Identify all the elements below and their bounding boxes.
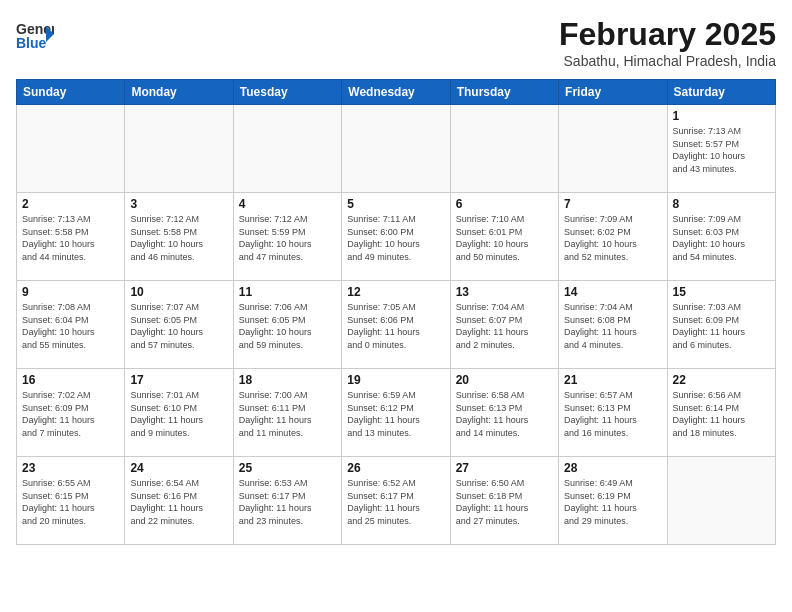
calendar-cell: 12Sunrise: 7:05 AM Sunset: 6:06 PM Dayli… xyxy=(342,281,450,369)
day-number: 14 xyxy=(564,285,661,299)
calendar-cell: 21Sunrise: 6:57 AM Sunset: 6:13 PM Dayli… xyxy=(559,369,667,457)
day-info: Sunrise: 6:57 AM Sunset: 6:13 PM Dayligh… xyxy=(564,389,661,439)
weekday-header-saturday: Saturday xyxy=(667,80,775,105)
calendar-cell xyxy=(559,105,667,193)
day-info: Sunrise: 7:07 AM Sunset: 6:05 PM Dayligh… xyxy=(130,301,227,351)
calendar-cell: 4Sunrise: 7:12 AM Sunset: 5:59 PM Daylig… xyxy=(233,193,341,281)
day-info: Sunrise: 7:02 AM Sunset: 6:09 PM Dayligh… xyxy=(22,389,119,439)
calendar-cell xyxy=(342,105,450,193)
calendar-cell: 16Sunrise: 7:02 AM Sunset: 6:09 PM Dayli… xyxy=(17,369,125,457)
day-number: 1 xyxy=(673,109,770,123)
day-info: Sunrise: 6:53 AM Sunset: 6:17 PM Dayligh… xyxy=(239,477,336,527)
day-info: Sunrise: 6:50 AM Sunset: 6:18 PM Dayligh… xyxy=(456,477,553,527)
month-title: February 2025 xyxy=(559,16,776,53)
calendar-cell: 10Sunrise: 7:07 AM Sunset: 6:05 PM Dayli… xyxy=(125,281,233,369)
day-number: 12 xyxy=(347,285,444,299)
day-number: 5 xyxy=(347,197,444,211)
day-number: 23 xyxy=(22,461,119,475)
day-info: Sunrise: 6:55 AM Sunset: 6:15 PM Dayligh… xyxy=(22,477,119,527)
calendar-cell: 20Sunrise: 6:58 AM Sunset: 6:13 PM Dayli… xyxy=(450,369,558,457)
day-number: 26 xyxy=(347,461,444,475)
calendar-cell: 26Sunrise: 6:52 AM Sunset: 6:17 PM Dayli… xyxy=(342,457,450,545)
calendar-cell xyxy=(450,105,558,193)
day-number: 16 xyxy=(22,373,119,387)
day-number: 13 xyxy=(456,285,553,299)
calendar-cell: 5Sunrise: 7:11 AM Sunset: 6:00 PM Daylig… xyxy=(342,193,450,281)
calendar-cell xyxy=(667,457,775,545)
day-number: 11 xyxy=(239,285,336,299)
calendar-week-4: 16Sunrise: 7:02 AM Sunset: 6:09 PM Dayli… xyxy=(17,369,776,457)
day-info: Sunrise: 7:10 AM Sunset: 6:01 PM Dayligh… xyxy=(456,213,553,263)
weekday-header-wednesday: Wednesday xyxy=(342,80,450,105)
calendar-cell xyxy=(17,105,125,193)
day-info: Sunrise: 7:09 AM Sunset: 6:02 PM Dayligh… xyxy=(564,213,661,263)
day-number: 3 xyxy=(130,197,227,211)
calendar-cell: 23Sunrise: 6:55 AM Sunset: 6:15 PM Dayli… xyxy=(17,457,125,545)
day-number: 24 xyxy=(130,461,227,475)
weekday-header-sunday: Sunday xyxy=(17,80,125,105)
day-info: Sunrise: 7:09 AM Sunset: 6:03 PM Dayligh… xyxy=(673,213,770,263)
day-number: 21 xyxy=(564,373,661,387)
day-number: 10 xyxy=(130,285,227,299)
calendar-cell: 28Sunrise: 6:49 AM Sunset: 6:19 PM Dayli… xyxy=(559,457,667,545)
page-header: General Blue February 2025 Sabathu, Hima… xyxy=(16,16,776,69)
calendar-cell: 1Sunrise: 7:13 AM Sunset: 5:57 PM Daylig… xyxy=(667,105,775,193)
day-number: 9 xyxy=(22,285,119,299)
weekday-header-monday: Monday xyxy=(125,80,233,105)
logo-icon: General Blue xyxy=(16,16,54,58)
svg-text:Blue: Blue xyxy=(16,35,47,51)
calendar-cell: 11Sunrise: 7:06 AM Sunset: 6:05 PM Dayli… xyxy=(233,281,341,369)
day-number: 17 xyxy=(130,373,227,387)
day-info: Sunrise: 7:04 AM Sunset: 6:07 PM Dayligh… xyxy=(456,301,553,351)
day-info: Sunrise: 7:01 AM Sunset: 6:10 PM Dayligh… xyxy=(130,389,227,439)
day-number: 22 xyxy=(673,373,770,387)
calendar-cell: 9Sunrise: 7:08 AM Sunset: 6:04 PM Daylig… xyxy=(17,281,125,369)
day-info: Sunrise: 6:59 AM Sunset: 6:12 PM Dayligh… xyxy=(347,389,444,439)
day-info: Sunrise: 7:08 AM Sunset: 6:04 PM Dayligh… xyxy=(22,301,119,351)
day-number: 15 xyxy=(673,285,770,299)
calendar-cell: 15Sunrise: 7:03 AM Sunset: 6:09 PM Dayli… xyxy=(667,281,775,369)
day-info: Sunrise: 7:13 AM Sunset: 5:57 PM Dayligh… xyxy=(673,125,770,175)
calendar-cell xyxy=(233,105,341,193)
day-info: Sunrise: 7:03 AM Sunset: 6:09 PM Dayligh… xyxy=(673,301,770,351)
calendar-cell: 27Sunrise: 6:50 AM Sunset: 6:18 PM Dayli… xyxy=(450,457,558,545)
day-number: 19 xyxy=(347,373,444,387)
day-number: 4 xyxy=(239,197,336,211)
calendar-cell: 17Sunrise: 7:01 AM Sunset: 6:10 PM Dayli… xyxy=(125,369,233,457)
day-info: Sunrise: 7:12 AM Sunset: 5:59 PM Dayligh… xyxy=(239,213,336,263)
day-number: 28 xyxy=(564,461,661,475)
day-info: Sunrise: 7:13 AM Sunset: 5:58 PM Dayligh… xyxy=(22,213,119,263)
day-info: Sunrise: 6:58 AM Sunset: 6:13 PM Dayligh… xyxy=(456,389,553,439)
calendar-cell: 24Sunrise: 6:54 AM Sunset: 6:16 PM Dayli… xyxy=(125,457,233,545)
day-number: 6 xyxy=(456,197,553,211)
calendar-cell: 3Sunrise: 7:12 AM Sunset: 5:58 PM Daylig… xyxy=(125,193,233,281)
weekday-header-tuesday: Tuesday xyxy=(233,80,341,105)
day-number: 8 xyxy=(673,197,770,211)
day-info: Sunrise: 6:56 AM Sunset: 6:14 PM Dayligh… xyxy=(673,389,770,439)
weekday-header-thursday: Thursday xyxy=(450,80,558,105)
calendar-week-1: 1Sunrise: 7:13 AM Sunset: 5:57 PM Daylig… xyxy=(17,105,776,193)
calendar-cell: 7Sunrise: 7:09 AM Sunset: 6:02 PM Daylig… xyxy=(559,193,667,281)
day-info: Sunrise: 7:05 AM Sunset: 6:06 PM Dayligh… xyxy=(347,301,444,351)
day-number: 25 xyxy=(239,461,336,475)
calendar-cell: 14Sunrise: 7:04 AM Sunset: 6:08 PM Dayli… xyxy=(559,281,667,369)
title-block: February 2025 Sabathu, Himachal Pradesh,… xyxy=(559,16,776,69)
calendar-cell: 2Sunrise: 7:13 AM Sunset: 5:58 PM Daylig… xyxy=(17,193,125,281)
day-number: 18 xyxy=(239,373,336,387)
logo: General Blue xyxy=(16,16,54,58)
calendar-cell: 6Sunrise: 7:10 AM Sunset: 6:01 PM Daylig… xyxy=(450,193,558,281)
calendar-cell xyxy=(125,105,233,193)
calendar-week-5: 23Sunrise: 6:55 AM Sunset: 6:15 PM Dayli… xyxy=(17,457,776,545)
calendar-week-2: 2Sunrise: 7:13 AM Sunset: 5:58 PM Daylig… xyxy=(17,193,776,281)
calendar-week-3: 9Sunrise: 7:08 AM Sunset: 6:04 PM Daylig… xyxy=(17,281,776,369)
day-info: Sunrise: 7:06 AM Sunset: 6:05 PM Dayligh… xyxy=(239,301,336,351)
day-info: Sunrise: 6:52 AM Sunset: 6:17 PM Dayligh… xyxy=(347,477,444,527)
calendar-cell: 8Sunrise: 7:09 AM Sunset: 6:03 PM Daylig… xyxy=(667,193,775,281)
weekday-header-row: SundayMondayTuesdayWednesdayThursdayFrid… xyxy=(17,80,776,105)
day-info: Sunrise: 7:12 AM Sunset: 5:58 PM Dayligh… xyxy=(130,213,227,263)
day-number: 27 xyxy=(456,461,553,475)
day-info: Sunrise: 6:54 AM Sunset: 6:16 PM Dayligh… xyxy=(130,477,227,527)
calendar-table: SundayMondayTuesdayWednesdayThursdayFrid… xyxy=(16,79,776,545)
calendar-cell: 25Sunrise: 6:53 AM Sunset: 6:17 PM Dayli… xyxy=(233,457,341,545)
weekday-header-friday: Friday xyxy=(559,80,667,105)
